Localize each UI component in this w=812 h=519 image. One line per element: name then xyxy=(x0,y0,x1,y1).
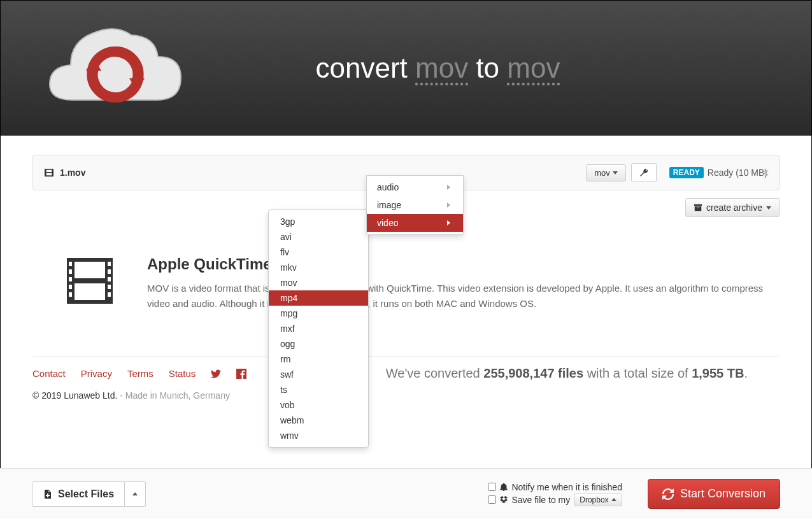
footer-link-privacy[interactable]: Privacy xyxy=(81,368,112,379)
format-item-vob[interactable]: vob xyxy=(269,397,368,413)
archive-icon xyxy=(694,203,702,212)
dropbox-icon xyxy=(500,496,508,504)
svg-rect-14 xyxy=(108,262,111,266)
header-banner: convert mov to mov xyxy=(1,1,811,136)
wrench-icon xyxy=(639,167,649,178)
footer-link-terms[interactable]: Terms xyxy=(127,368,153,379)
svg-rect-8 xyxy=(75,283,105,300)
category-dropdown: audio image video xyxy=(366,175,464,235)
format-item-flv[interactable]: flv xyxy=(269,245,368,260)
logo xyxy=(39,17,192,119)
select-files-button[interactable]: Select Files xyxy=(32,481,125,507)
start-conversion-button[interactable]: Start Conversion xyxy=(648,479,780,509)
format-item-rm[interactable]: rm xyxy=(269,352,368,367)
format-item-mkv[interactable]: mkv xyxy=(269,260,368,275)
format-heading: Apple QuickTime Movie xyxy=(147,255,780,273)
format-item-3gp[interactable]: 3gp xyxy=(269,214,368,229)
svg-rect-18 xyxy=(108,292,111,297)
format-item-avi[interactable]: avi xyxy=(269,229,368,245)
footer-links: Contact Privacy Terms Status We've conve… xyxy=(32,356,780,379)
category-item-video[interactable]: video xyxy=(367,214,463,232)
svg-rect-15 xyxy=(108,269,111,274)
format-item-mxf[interactable]: mxf xyxy=(269,321,368,336)
svg-rect-16 xyxy=(108,277,111,281)
footer-link-contact[interactable]: Contact xyxy=(32,368,66,379)
to-format[interactable]: mov xyxy=(507,52,560,83)
svg-rect-5 xyxy=(697,208,699,208)
stats-text: We've converted 255,908,147 files with a… xyxy=(386,366,748,381)
category-item-image[interactable]: image xyxy=(367,196,463,214)
save-checkbox[interactable] xyxy=(488,495,496,504)
from-format[interactable]: mov xyxy=(415,52,468,83)
settings-button[interactable] xyxy=(631,163,657,182)
file-name: 1.mov xyxy=(60,167,85,178)
format-item-wmv[interactable]: wmv xyxy=(269,428,368,443)
svg-rect-12 xyxy=(69,285,72,289)
format-item-webm[interactable]: webm xyxy=(269,413,368,428)
notify-label: Notify me when it is finished xyxy=(511,482,622,492)
svg-rect-1 xyxy=(46,170,52,173)
svg-rect-7 xyxy=(75,262,105,278)
film-icon xyxy=(45,168,53,177)
twitter-icon[interactable] xyxy=(211,369,221,379)
format-item-mp4[interactable]: mp4 xyxy=(269,290,368,306)
format-item-ogg[interactable]: ogg xyxy=(269,336,368,352)
format-item-swf[interactable]: swf xyxy=(269,367,368,382)
create-archive-button[interactable]: create archive xyxy=(685,198,780,217)
refresh-icon xyxy=(662,488,674,500)
remove-file-button[interactable]: × xyxy=(762,166,769,180)
select-files-dropdown[interactable] xyxy=(125,481,146,507)
format-film-icon xyxy=(64,255,115,311)
format-item-mov[interactable]: mov xyxy=(269,275,368,290)
format-dropdown: 3gpaviflvmkvmovmp4mpgmxfoggrmswftsvobweb… xyxy=(268,210,369,448)
svg-rect-13 xyxy=(69,292,72,297)
format-item-ts[interactable]: ts xyxy=(269,382,368,397)
svg-rect-17 xyxy=(108,285,111,289)
svg-rect-4 xyxy=(695,206,702,211)
svg-rect-3 xyxy=(694,204,702,206)
bell-icon xyxy=(500,483,508,491)
save-label: Save file to my xyxy=(511,495,570,505)
format-item-mpg[interactable]: mpg xyxy=(269,306,368,321)
copyright: © 2019 Lunaweb Ltd. - Made in Munich, Ge… xyxy=(32,390,780,401)
svg-rect-10 xyxy=(69,269,72,274)
svg-rect-2 xyxy=(46,173,52,176)
footer-link-status[interactable]: Status xyxy=(169,368,196,379)
notify-checkbox[interactable] xyxy=(488,483,496,491)
page-title: convert mov to mov xyxy=(192,52,684,84)
bottom-bar: Select Files Notify me when it is finish… xyxy=(0,468,812,519)
ready-text: Ready (10 MB) xyxy=(708,167,767,178)
svg-rect-9 xyxy=(69,262,72,266)
format-select-button[interactable]: mov xyxy=(586,164,626,181)
category-item-audio[interactable]: audio xyxy=(367,178,463,196)
facebook-icon[interactable] xyxy=(236,369,246,379)
format-description: MOV is a video format that is commonly a… xyxy=(147,281,780,311)
svg-rect-11 xyxy=(69,277,72,281)
storage-dropdown[interactable]: Dropbox xyxy=(574,494,622,506)
ready-badge: READY xyxy=(669,167,704,178)
add-file-icon xyxy=(43,489,53,499)
